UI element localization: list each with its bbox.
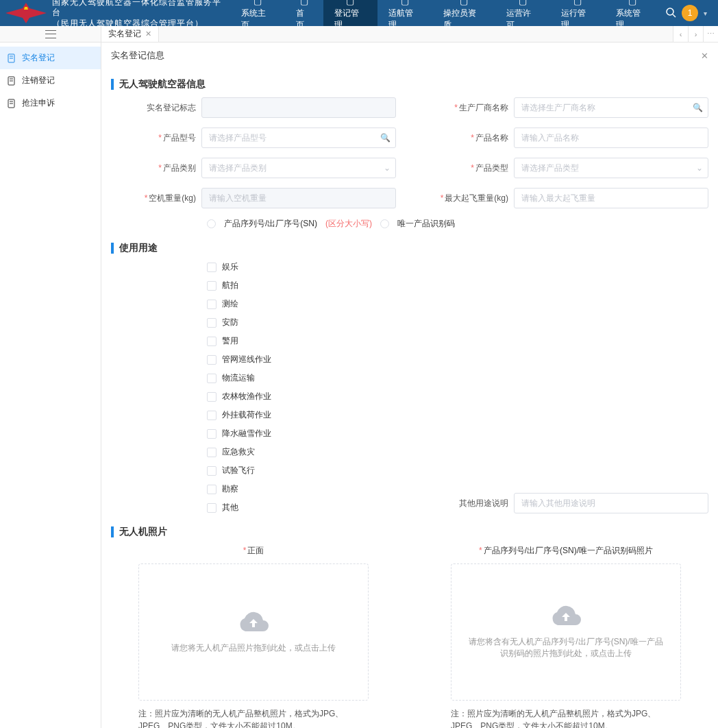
- field-manufacturer: *生产厂商名称 🔍: [423, 97, 708, 118]
- svg-marker-0: [5, 3, 47, 23]
- nav-item[interactable]: ▢运行管理: [550, 0, 605, 26]
- usage-option[interactable]: 测绘: [207, 298, 396, 310]
- user-avatar[interactable]: 1: [682, 5, 698, 21]
- sidebar-item[interactable]: 注销登记: [0, 69, 101, 92]
- sidebar-item[interactable]: 实名登记: [0, 47, 101, 69]
- checkbox[interactable]: [207, 300, 216, 309]
- usage-option[interactable]: 其他: [207, 502, 396, 513]
- checkbox[interactable]: [207, 411, 216, 420]
- svg-marker-1: [24, 7, 28, 10]
- checkbox[interactable]: [207, 281, 216, 291]
- nav-item[interactable]: ▢首页: [285, 0, 323, 26]
- field-reg-mark: 实名登记标志: [111, 97, 396, 118]
- sidebar-toggle-area: [0, 26, 101, 42]
- header-right: 1 ▾: [660, 5, 713, 21]
- product-name-input[interactable]: [514, 128, 708, 148]
- monitor-icon: ▢: [253, 0, 262, 6]
- checkbox[interactable]: [207, 374, 216, 383]
- usage-option[interactable]: 物流运输: [207, 372, 396, 384]
- drone-icon: ▢: [401, 0, 409, 6]
- upload-sn[interactable]: 请您将含有无人机产品序列号/出厂序号(SN)/唯一产品识别码的照片拖到此处，或点…: [451, 563, 681, 701]
- usage-option[interactable]: 航拍: [207, 280, 396, 291]
- user-menu-caret-icon[interactable]: ▾: [704, 10, 707, 17]
- top-nav: ▢系统主页▢首页▢登记管理▢适航管理▢操控员资质▢运营许可▢运行管理▢系统管理: [230, 0, 660, 26]
- field-max-takeoff: *最大起飞重量(kg): [423, 188, 708, 208]
- tab-close-icon[interactable]: ✕: [145, 29, 151, 38]
- nav-item[interactable]: ▢系统管理: [605, 0, 660, 26]
- checkbox[interactable]: [207, 466, 216, 476]
- type-select[interactable]: 请选择产品类型: [514, 158, 708, 178]
- checkbox[interactable]: [207, 392, 216, 402]
- tab-realname-register[interactable]: 实名登记 ✕: [101, 26, 159, 42]
- section-title-aircraft-info: 无人驾驶航空器信息: [111, 78, 708, 90]
- content-header: 实名登记信息 ✕: [111, 49, 708, 66]
- field-type: *产品类型 请选择产品类型⌄: [423, 158, 708, 178]
- usage-option[interactable]: 外挂载荷作业: [207, 409, 396, 421]
- checkbox[interactable]: [207, 318, 216, 328]
- category-select[interactable]: 请选择产品类别: [201, 158, 396, 178]
- photo-note: 注：照片应为清晰的无人机产品整机照片，格式为JPG、JPEG、PNG类型，文件大…: [138, 707, 369, 728]
- checkbox[interactable]: [207, 263, 216, 272]
- model-input[interactable]: [201, 128, 396, 148]
- app-title: 国家无人驾驶航空器一体化综合监管服务平台 （民用无人驾驶航空器综合管理平台）: [52, 0, 230, 29]
- checkbox[interactable]: [207, 337, 216, 346]
- checkbox[interactable]: [207, 429, 216, 439]
- usage-option[interactable]: 应急救灾: [207, 446, 396, 458]
- usage-option[interactable]: 安防: [207, 317, 396, 328]
- tab-more-button[interactable]: ⋯: [703, 26, 718, 42]
- tab-prev-button[interactable]: ‹: [673, 26, 688, 42]
- checkbox[interactable]: [207, 355, 216, 365]
- radio-sn[interactable]: [207, 219, 216, 228]
- aircraft-info-form: 实名登记标志 *生产厂商名称 🔍 *产品型号 🔍 *产品名称 *产品类别 请选择…: [111, 97, 708, 230]
- shield-icon: ▢: [460, 0, 468, 6]
- manufacturer-input[interactable]: [514, 97, 708, 118]
- nav-item[interactable]: ▢登记管理: [323, 0, 378, 26]
- photo-note: 注：照片应为清晰的无人机产品整机照片，格式为JPG、JPEG、PNG类型，文件大…: [451, 707, 681, 728]
- id-card-icon: ▢: [519, 0, 527, 6]
- file-icon: ▢: [346, 0, 354, 6]
- hamburger-icon[interactable]: [45, 30, 56, 38]
- usage-option[interactable]: 降水融雪作业: [207, 428, 396, 439]
- checkbox[interactable]: [207, 448, 216, 457]
- other-usage-input[interactable]: [514, 493, 708, 513]
- usage-option[interactable]: 娱乐: [207, 261, 396, 273]
- field-product-name: *产品名称: [423, 128, 708, 148]
- tab-next-button[interactable]: ›: [688, 26, 703, 42]
- nav-item[interactable]: ▢操控员资质: [432, 0, 495, 26]
- page-title: 实名登记信息: [111, 49, 164, 62]
- svg-point-2: [667, 8, 673, 15]
- usage-option[interactable]: 试验飞行: [207, 465, 396, 476]
- desktop-icon: ▢: [300, 0, 308, 6]
- photo-front-column: *正面 请您将无人机产品照片拖到此处，或点击上传 注：照片应为清晰的无人机产品整…: [111, 545, 396, 728]
- reg-mark-input: [201, 97, 396, 118]
- svg-line-3: [673, 14, 676, 17]
- checkbox[interactable]: [207, 503, 216, 513]
- usage-option[interactable]: 农林牧渔作业: [207, 391, 396, 402]
- radio-unique-id[interactable]: [380, 219, 389, 228]
- search-icon[interactable]: [665, 7, 676, 20]
- field-other-usage: 其他用途说明: [423, 493, 708, 513]
- usage-option[interactable]: 警用: [207, 335, 396, 347]
- content: 实名登记信息 ✕ 无人驾驶航空器信息 实名登记标志 *生产厂商名称 🔍 *产品型…: [101, 43, 718, 728]
- usage-option[interactable]: 管网巡线作业: [207, 354, 396, 365]
- sidebar-item[interactable]: 抢注申诉: [0, 92, 101, 114]
- nav-item[interactable]: ▢系统主页: [230, 0, 285, 26]
- usage-option[interactable]: 勘察: [207, 483, 396, 495]
- empty-weight-input[interactable]: [201, 188, 396, 208]
- tab-label: 实名登记: [108, 28, 141, 40]
- nav-item[interactable]: ▢运营许可: [495, 0, 550, 26]
- panel-close-icon[interactable]: ✕: [701, 51, 708, 61]
- upload-hint: 请您将无人机产品照片拖到此处，或点击上传: [158, 642, 349, 654]
- max-takeoff-input[interactable]: [514, 188, 708, 208]
- upload-front[interactable]: 请您将无人机产品照片拖到此处，或点击上传: [138, 563, 369, 701]
- section-title-photos: 无人机照片: [111, 526, 708, 538]
- sn-radio-row: 产品序列号/出厂序号(SN)(区分大小写) 唯一产品识别码: [111, 218, 708, 230]
- section-title-usage: 使用用途: [111, 242, 708, 254]
- nav-item[interactable]: ▢适航管理: [377, 0, 432, 26]
- logo-emblem: [5, 3, 47, 23]
- checkbox[interactable]: [207, 485, 216, 494]
- file-icon: [7, 99, 16, 108]
- cloud-upload-icon: [549, 605, 582, 629]
- tab-bar: 实名登记 ✕ ‹ › ⋯: [0, 26, 718, 43]
- file-icon: [7, 76, 16, 86]
